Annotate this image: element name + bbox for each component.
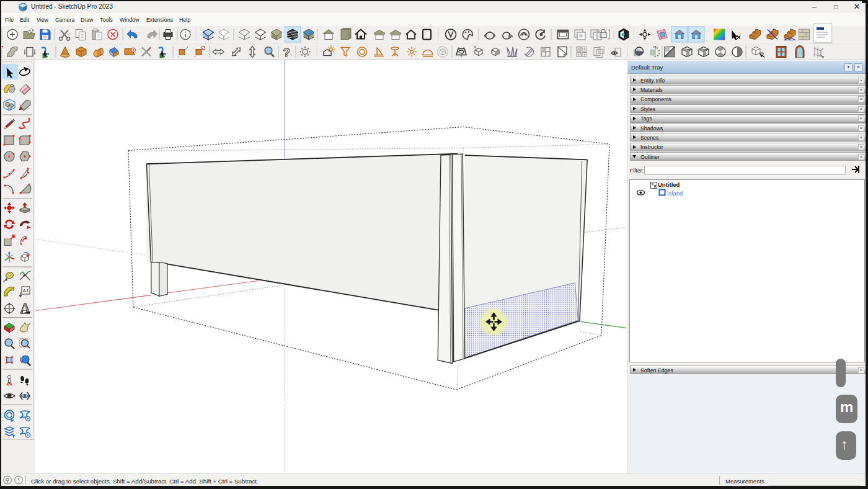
svg-text:?: ? [283, 46, 290, 59]
svg-text:A1: A1 [23, 288, 29, 294]
